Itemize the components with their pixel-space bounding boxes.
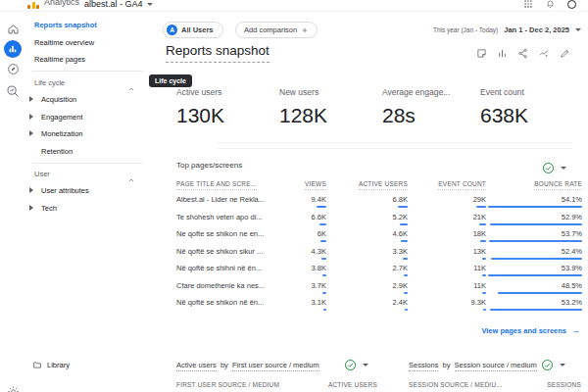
page-title-cell: Albest.al - Lider ne Rekla... — [176, 192, 296, 210]
reports-icon[interactable] — [4, 40, 22, 58]
table-row: Te shohesh veten apo di... 6.6K 5.2K 21K… — [176, 210, 582, 227]
edit-pencil-icon[interactable] — [560, 48, 570, 59]
active-users-cell: 2.4K — [326, 295, 408, 313]
account-avatar[interactable] — [567, 0, 576, 9]
date-preset-label: This year (Jan - Today) — [433, 26, 498, 33]
expand-arrow-icon[interactable] — [29, 96, 33, 102]
sidebar-item-engagement[interactable]: Engagement — [41, 113, 83, 122]
sparkline-remnant — [218, 148, 572, 149]
explore-icon[interactable] — [7, 63, 20, 75]
table-body: Albest.al - Lider ne Rekla... 9.4K 6.8K … — [176, 192, 582, 313]
table-card-title: Top pages/screens — [176, 161, 242, 170]
segment-a-icon: A — [167, 24, 177, 35]
table-row: Në qoftë se shihni në ën... 3.8K 2.7K 11… — [176, 261, 582, 278]
apps-grid-icon[interactable] — [523, 0, 533, 12]
notifications-icon[interactable] — [546, 0, 555, 12]
value-bar — [479, 223, 486, 225]
column-header-session-source[interactable]: SESSION SOURCE / MEDIU... — [409, 381, 502, 388]
card-title-sessions-by-source: Sessions by Session source / medium — [409, 361, 539, 369]
page-title[interactable]: Reports snapshot — [166, 43, 270, 63]
views-cell: 3.7K — [296, 278, 326, 296]
active-users-cell: 2.7K — [326, 261, 408, 278]
event-count-cell: 9.3K — [408, 295, 486, 313]
chevron-down-icon — [560, 364, 565, 367]
view-pages-and-screens-link[interactable]: View pages and screens → — [481, 325, 580, 335]
sidebar-item-monetization[interactable]: Monetization — [41, 129, 83, 138]
page-title-cell: Ne qofte se shikon ne en... — [176, 226, 296, 244]
sidebar-item-reports-snapshot[interactable]: Reports snapshot — [34, 21, 97, 29]
sidebar-item-realtime-overview[interactable]: Realtime overview — [34, 38, 94, 47]
card-status-dropdown[interactable] — [345, 360, 368, 370]
table-status-dropdown[interactable] — [543, 163, 566, 173]
sidebar-item-user-attributes[interactable]: User attributes — [41, 186, 89, 195]
expand-arrow-icon[interactable] — [29, 205, 33, 211]
value-bar — [476, 206, 486, 208]
metric-label: Average engage... — [382, 87, 450, 97]
sidebar-divider — [32, 71, 143, 72]
page-title-cell: Cfare domethenie ka nes... — [176, 278, 296, 296]
column-header-active-users[interactable]: ACTIVE USERS — [326, 180, 408, 187]
metric-avg-engagement: Average engage... 28s — [382, 87, 450, 127]
card-metric-term[interactable]: Sessions — [409, 361, 438, 371]
advertising-icon[interactable] — [6, 84, 20, 98]
sidebar-section-user[interactable]: User — [34, 170, 50, 178]
share-icon[interactable] — [517, 48, 528, 59]
ga4-reports-snapshot-screen: Analytics albest.al - GA4 Reports snapsh… — [0, 0, 588, 392]
expand-arrow-icon[interactable] — [29, 187, 33, 193]
column-header-page-title[interactable]: PAGE TITLE AND SCRE... — [176, 180, 296, 187]
sidebar-item-library[interactable]: Library — [32, 361, 70, 369]
metric-value: 28s — [382, 104, 450, 127]
add-comparison-button[interactable]: Add comparison — [235, 22, 318, 38]
analytics-logo-icon[interactable] — [27, 2, 39, 9]
property-selector[interactable]: albest.al - GA4 — [84, 0, 153, 9]
column-header-bounce-rate[interactable]: BOUNCE RATE — [486, 180, 582, 187]
value-bar — [319, 223, 326, 225]
column-header-first-user-source[interactable]: FIRST USER SOURCE / MEDIUM — [176, 381, 279, 388]
card-by: by — [219, 361, 230, 369]
card-dimension-term[interactable]: First user source / medium — [232, 361, 319, 371]
value-bar — [317, 206, 326, 208]
views-cell: 3.8K — [296, 261, 326, 278]
table-row: Cfare domethenie ka nes... 3.7K 2.9K 11K… — [176, 278, 582, 296]
sidebar-item-acquisition[interactable]: Acquisition — [41, 95, 76, 104]
all-users-label: All Users — [181, 25, 214, 34]
bounce-rate-cell: 48.5% — [486, 278, 582, 296]
column-header-active-users[interactable]: ACTIVE USERS — [328, 381, 377, 388]
all-users-chip[interactable]: A All Users — [163, 22, 223, 38]
value-bar — [488, 274, 582, 276]
home-icon[interactable] — [7, 24, 20, 35]
column-header-views[interactable]: VIEWS — [296, 180, 326, 187]
card-metric-term[interactable]: Active users — [176, 361, 217, 371]
sidebar-divider — [32, 163, 143, 164]
report-actions — [476, 48, 570, 59]
sidebar-item-retention[interactable]: Retention — [41, 147, 73, 156]
date-range-selector[interactable]: This year (Jan - Today) Jan 1 - Dec 2, 2… — [433, 25, 581, 34]
date-range-value: Jan 1 - Dec 2, 2025 — [504, 25, 569, 34]
sidebar-item-realtime-pages[interactable]: Realtime pages — [34, 55, 85, 64]
insights-icon[interactable] — [538, 48, 550, 59]
sparkline-remnant — [218, 142, 572, 143]
views-cell: 3.1K — [296, 295, 326, 313]
chevron-up-icon[interactable] — [127, 171, 135, 188]
views-cell: 6.6K — [296, 210, 326, 227]
expand-arrow-icon[interactable] — [29, 130, 33, 136]
card-dimension-term[interactable]: Session source / medium — [455, 361, 537, 371]
chevron-down-icon — [575, 28, 581, 31]
column-header-event-count[interactable]: EVENT COUNT — [408, 180, 486, 187]
note-icon[interactable] — [476, 48, 487, 59]
expand-arrow-icon[interactable] — [29, 114, 33, 120]
views-cell: 4.3K — [296, 244, 326, 262]
library-label: Library — [47, 361, 70, 369]
card-status-dropdown[interactable] — [542, 360, 565, 370]
event-count-cell: 13K — [408, 244, 486, 262]
sidebar-item-tech[interactable]: Tech — [41, 204, 57, 213]
event-count-cell: 11K — [408, 261, 486, 278]
sidebar-section-life-cycle[interactable]: Life cycle — [34, 78, 65, 87]
comparison-icon[interactable] — [497, 48, 508, 59]
admin-gear-icon[interactable] — [7, 385, 20, 392]
link-label: View pages and screens — [481, 326, 566, 335]
active-users-cell: 6.8K — [326, 192, 408, 210]
column-header-sessions[interactable]: SESSIONS — [547, 381, 581, 388]
metric-label: Event count — [480, 87, 528, 97]
chevron-up-icon[interactable] — [127, 79, 135, 97]
